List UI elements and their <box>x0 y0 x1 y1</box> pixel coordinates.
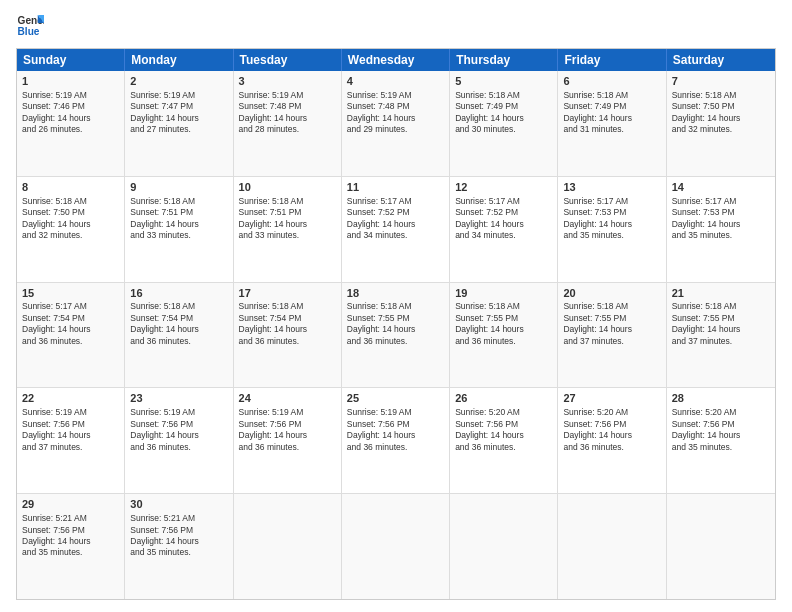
cell-line: Sunrise: 5:18 AM <box>563 301 660 312</box>
day-number: 14 <box>672 180 770 195</box>
cell-line: and 29 minutes. <box>347 124 444 135</box>
calendar-day-24: 24Sunrise: 5:19 AMSunset: 7:56 PMDayligh… <box>234 388 342 493</box>
cell-line: and 35 minutes. <box>130 547 227 558</box>
cell-line: Sunrise: 5:19 AM <box>347 90 444 101</box>
cell-line: and 36 minutes. <box>347 442 444 453</box>
day-number: 24 <box>239 391 336 406</box>
cell-line: Sunset: 7:52 PM <box>347 207 444 218</box>
cell-line: Daylight: 14 hours <box>347 324 444 335</box>
header-day-thursday: Thursday <box>450 49 558 71</box>
calendar-day-28: 28Sunrise: 5:20 AMSunset: 7:56 PMDayligh… <box>667 388 775 493</box>
cell-line: Daylight: 14 hours <box>455 324 552 335</box>
cell-line: Sunset: 7:52 PM <box>455 207 552 218</box>
cell-line: Sunrise: 5:19 AM <box>22 90 119 101</box>
calendar-day-7: 7Sunrise: 5:18 AMSunset: 7:50 PMDaylight… <box>667 71 775 176</box>
cell-line: Sunrise: 5:19 AM <box>239 90 336 101</box>
cell-line: Sunrise: 5:17 AM <box>563 196 660 207</box>
cell-line: Sunset: 7:56 PM <box>239 419 336 430</box>
cell-line: Sunset: 7:50 PM <box>672 101 770 112</box>
cell-line: Sunset: 7:49 PM <box>455 101 552 112</box>
cell-line: Sunset: 7:53 PM <box>563 207 660 218</box>
cell-line: Sunrise: 5:21 AM <box>130 513 227 524</box>
cell-line: Daylight: 14 hours <box>130 113 227 124</box>
calendar-empty <box>667 494 775 599</box>
calendar-row-2: 8Sunrise: 5:18 AMSunset: 7:50 PMDaylight… <box>17 177 775 283</box>
cell-line: Daylight: 14 hours <box>672 324 770 335</box>
cell-line: Sunrise: 5:20 AM <box>672 407 770 418</box>
cell-line: Sunrise: 5:18 AM <box>130 196 227 207</box>
day-number: 29 <box>22 497 119 512</box>
cell-line: Sunset: 7:50 PM <box>22 207 119 218</box>
calendar-day-23: 23Sunrise: 5:19 AMSunset: 7:56 PMDayligh… <box>125 388 233 493</box>
logo-icon: General Blue <box>16 12 44 40</box>
cell-line: Daylight: 14 hours <box>455 219 552 230</box>
cell-line: and 37 minutes. <box>672 336 770 347</box>
cell-line: Sunset: 7:56 PM <box>130 525 227 536</box>
cell-line: Sunrise: 5:17 AM <box>672 196 770 207</box>
cell-line: Daylight: 14 hours <box>22 324 119 335</box>
day-number: 19 <box>455 286 552 301</box>
cell-line: Daylight: 14 hours <box>239 219 336 230</box>
cell-line: Sunset: 7:54 PM <box>130 313 227 324</box>
cell-line: and 35 minutes. <box>22 547 119 558</box>
day-number: 27 <box>563 391 660 406</box>
calendar-day-30: 30Sunrise: 5:21 AMSunset: 7:56 PMDayligh… <box>125 494 233 599</box>
cell-line: Sunrise: 5:20 AM <box>563 407 660 418</box>
calendar: SundayMondayTuesdayWednesdayThursdayFrid… <box>16 48 776 600</box>
calendar-day-27: 27Sunrise: 5:20 AMSunset: 7:56 PMDayligh… <box>558 388 666 493</box>
cell-line: and 35 minutes. <box>672 442 770 453</box>
cell-line: and 26 minutes. <box>22 124 119 135</box>
logo: General Blue <box>16 12 44 40</box>
day-number: 23 <box>130 391 227 406</box>
day-number: 12 <box>455 180 552 195</box>
cell-line: Daylight: 14 hours <box>347 219 444 230</box>
cell-line: Sunset: 7:56 PM <box>455 419 552 430</box>
day-number: 9 <box>130 180 227 195</box>
calendar-day-9: 9Sunrise: 5:18 AMSunset: 7:51 PMDaylight… <box>125 177 233 282</box>
cell-line: and 36 minutes. <box>239 336 336 347</box>
cell-line: Sunrise: 5:19 AM <box>22 407 119 418</box>
cell-line: Daylight: 14 hours <box>22 219 119 230</box>
cell-line: Sunset: 7:56 PM <box>347 419 444 430</box>
cell-line: Daylight: 14 hours <box>455 430 552 441</box>
day-number: 7 <box>672 74 770 89</box>
cell-line: and 36 minutes. <box>455 442 552 453</box>
cell-line: Sunset: 7:56 PM <box>130 419 227 430</box>
cell-line: Sunset: 7:46 PM <box>22 101 119 112</box>
cell-line: Sunrise: 5:18 AM <box>455 301 552 312</box>
calendar-empty <box>450 494 558 599</box>
cell-line: Sunrise: 5:18 AM <box>239 196 336 207</box>
header-day-monday: Monday <box>125 49 233 71</box>
cell-line: Sunrise: 5:17 AM <box>22 301 119 312</box>
day-number: 21 <box>672 286 770 301</box>
cell-line: Sunset: 7:48 PM <box>239 101 336 112</box>
cell-line: Sunset: 7:55 PM <box>563 313 660 324</box>
cell-line: and 34 minutes. <box>347 230 444 241</box>
calendar-empty <box>558 494 666 599</box>
calendar-header: SundayMondayTuesdayWednesdayThursdayFrid… <box>17 49 775 71</box>
cell-line: Daylight: 14 hours <box>455 113 552 124</box>
cell-line: Sunrise: 5:18 AM <box>347 301 444 312</box>
cell-line: Sunset: 7:56 PM <box>672 419 770 430</box>
cell-line: Daylight: 14 hours <box>22 536 119 547</box>
day-number: 4 <box>347 74 444 89</box>
cell-line: Sunset: 7:55 PM <box>455 313 552 324</box>
calendar-day-5: 5Sunrise: 5:18 AMSunset: 7:49 PMDaylight… <box>450 71 558 176</box>
calendar-day-15: 15Sunrise: 5:17 AMSunset: 7:54 PMDayligh… <box>17 283 125 388</box>
cell-line: Sunrise: 5:18 AM <box>22 196 119 207</box>
cell-line: Daylight: 14 hours <box>239 324 336 335</box>
cell-line: and 27 minutes. <box>130 124 227 135</box>
day-number: 25 <box>347 391 444 406</box>
calendar-day-29: 29Sunrise: 5:21 AMSunset: 7:56 PMDayligh… <box>17 494 125 599</box>
cell-line: Sunset: 7:56 PM <box>563 419 660 430</box>
cell-line: and 30 minutes. <box>455 124 552 135</box>
cell-line: and 28 minutes. <box>239 124 336 135</box>
day-number: 2 <box>130 74 227 89</box>
cell-line: and 36 minutes. <box>455 336 552 347</box>
calendar-day-10: 10Sunrise: 5:18 AMSunset: 7:51 PMDayligh… <box>234 177 342 282</box>
cell-line: Sunrise: 5:18 AM <box>455 90 552 101</box>
cell-line: Daylight: 14 hours <box>130 324 227 335</box>
cell-line: Daylight: 14 hours <box>347 113 444 124</box>
cell-line: and 37 minutes. <box>563 336 660 347</box>
day-number: 16 <box>130 286 227 301</box>
